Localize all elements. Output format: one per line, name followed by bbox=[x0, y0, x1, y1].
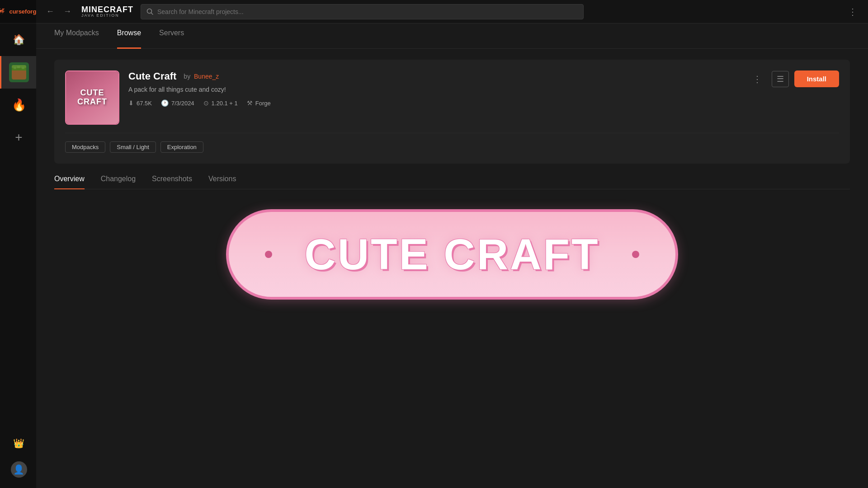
search-bar[interactable] bbox=[141, 4, 584, 19]
download-icon: ⬇ bbox=[128, 99, 134, 107]
search-input[interactable] bbox=[157, 8, 578, 15]
modpack-thumbnail-inner: CUTE CRAFT bbox=[66, 71, 118, 124]
sidebar-item-minecraft[interactable] bbox=[0, 56, 36, 89]
tag-modpacks[interactable]: Modpacks bbox=[65, 141, 105, 153]
user-icon: 👤 bbox=[11, 461, 27, 478]
modpack-title: Cute Craft bbox=[128, 70, 176, 82]
modpack-version: 1.20.1 + 1 bbox=[212, 100, 238, 107]
modpack-title-row: Cute Craft by Bunee_z bbox=[128, 70, 739, 82]
version-icon: ⊙ bbox=[203, 99, 209, 107]
back-button[interactable]: ← bbox=[43, 5, 57, 18]
modpack-thumbnail: CUTE CRAFT bbox=[65, 70, 119, 125]
sub-tab-screenshots[interactable]: Screenshots bbox=[152, 175, 192, 189]
search-icon bbox=[146, 8, 154, 15]
modpack-header: CUTE CRAFT Cute Craft by Bunee_z A pack … bbox=[65, 70, 839, 125]
minecraft-title: MINECRAFT bbox=[81, 5, 133, 14]
grass-block-icon bbox=[12, 65, 26, 80]
modpack-more-button[interactable]: ⋮ bbox=[748, 71, 766, 87]
modpack-description: A pack for all things cute and cozy! bbox=[128, 86, 739, 93]
modpack-list-button[interactable]: ☰ bbox=[772, 71, 789, 87]
tab-browse[interactable]: Browse bbox=[117, 24, 141, 49]
minecraft-edition: JAVA EDITION bbox=[81, 14, 119, 18]
modpack-author: by Bunee_z bbox=[184, 73, 219, 80]
clock-icon: 🕐 bbox=[161, 99, 169, 107]
tab-my-modpacks[interactable]: My Modpacks bbox=[54, 24, 99, 49]
sidebar-item-fire[interactable]: 🔥 bbox=[0, 89, 36, 121]
sub-tab-overview[interactable]: Overview bbox=[54, 175, 85, 189]
svg-rect-5 bbox=[22, 67, 24, 69]
content-area: CUTE CRAFT Cute Craft by Bunee_z A pack … bbox=[36, 49, 868, 488]
sidebar-bottom: 👑 👤 bbox=[9, 432, 27, 488]
thumb-text-line1: CUTE bbox=[80, 89, 104, 98]
downloads-meta: ⬇ 67.5K bbox=[128, 99, 152, 107]
sidebar-header: curseforge bbox=[0, 0, 36, 23]
modpack-meta: ⬇ 67.5K 🕐 7/3/2024 ⊙ 1.20.1 + 1 ⚒ bbox=[128, 99, 739, 107]
tag-exploration[interactable]: Exploration bbox=[160, 141, 203, 153]
cute-craft-banner: CUTE CRAFT bbox=[226, 209, 678, 300]
crown-icon: 👑 bbox=[13, 438, 24, 449]
topbar-more-button[interactable]: ⋮ bbox=[844, 5, 861, 19]
modpack-info: Cute Craft by Bunee_z A pack for all thi… bbox=[128, 70, 739, 107]
sub-tab-bar: Overview Changelog Screenshots Versions bbox=[54, 174, 850, 189]
fire-icon: 🔥 bbox=[9, 95, 29, 115]
tab-servers[interactable]: Servers bbox=[159, 24, 184, 49]
curseforge-label: curseforge bbox=[9, 8, 39, 15]
forward-button[interactable]: → bbox=[61, 5, 74, 18]
svg-line-7 bbox=[151, 13, 153, 14]
sidebar-item-add[interactable]: + bbox=[0, 121, 36, 154]
modpack-loader: Forge bbox=[255, 100, 271, 107]
topbar: ← → MINECRAFT JAVA EDITION ⋮ bbox=[36, 0, 868, 23]
main-area: ← → MINECRAFT JAVA EDITION ⋮ My Modpacks… bbox=[36, 0, 868, 488]
add-icon: + bbox=[9, 127, 29, 147]
curseforge-logo: curseforge bbox=[0, 7, 40, 17]
home-icon: 🏠 bbox=[9, 30, 29, 50]
downloads-count: 67.5K bbox=[137, 100, 152, 107]
loader-meta: ⚒ Forge bbox=[247, 99, 271, 107]
tag-small-light[interactable]: Small / Light bbox=[110, 141, 156, 153]
minecraft-logo-area: MINECRAFT JAVA EDITION bbox=[81, 5, 133, 18]
forge-icon: ⚒ bbox=[247, 99, 253, 107]
modpack-actions: ⋮ ☰ Install bbox=[748, 70, 839, 87]
modpack-author-name: Bunee_z bbox=[194, 73, 219, 80]
curseforge-icon bbox=[0, 7, 6, 17]
modpack-tags: Modpacks Small / Light Exploration bbox=[65, 133, 839, 153]
sidebar-item-crown[interactable]: 👑 bbox=[9, 432, 27, 455]
banner-text: CUTE CRAFT bbox=[304, 230, 599, 279]
svg-rect-4 bbox=[17, 66, 20, 68]
version-meta: ⊙ 1.20.1 + 1 bbox=[203, 99, 238, 107]
sidebar-item-home[interactable]: 🏠 bbox=[0, 23, 36, 56]
nav-arrows: ← → bbox=[43, 5, 74, 18]
tab-bar: My Modpacks Browse Servers bbox=[36, 23, 868, 49]
minecraft-icon bbox=[9, 62, 29, 82]
date-meta: 🕐 7/3/2024 bbox=[161, 99, 194, 107]
sub-tab-changelog[interactable]: Changelog bbox=[101, 175, 136, 189]
modpack-date: 7/3/2024 bbox=[171, 100, 194, 107]
install-button[interactable]: Install bbox=[794, 70, 839, 87]
svg-rect-3 bbox=[14, 67, 16, 69]
sidebar-item-user[interactable]: 👤 bbox=[9, 458, 27, 481]
sidebar: curseforge 🏠 🔥 + 👑 👤 bbox=[0, 0, 36, 488]
thumb-text-line2: CRAFT bbox=[77, 98, 107, 107]
banner-dot-right bbox=[632, 251, 639, 258]
banner-container: CUTE CRAFT bbox=[54, 200, 850, 309]
modpack-card: CUTE CRAFT Cute Craft by Bunee_z A pack … bbox=[54, 60, 850, 164]
banner-dot-left bbox=[265, 251, 272, 258]
sub-tab-versions[interactable]: Versions bbox=[208, 175, 236, 189]
